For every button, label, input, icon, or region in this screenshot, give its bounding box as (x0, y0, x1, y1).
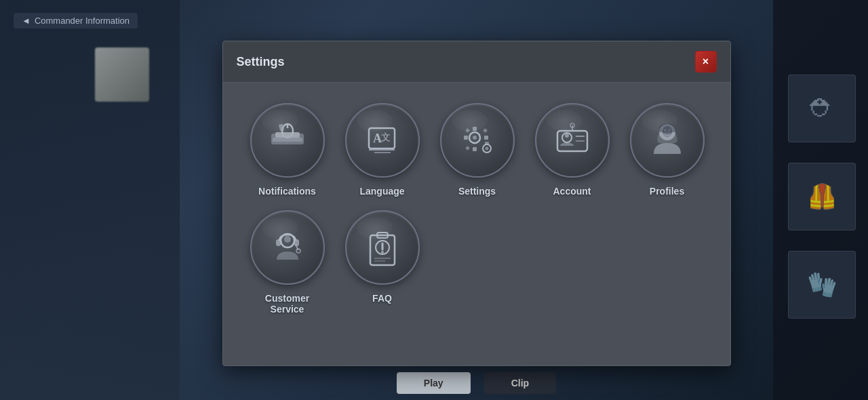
svg-rect-4 (278, 123, 283, 131)
glove-icon: 🧤 (807, 271, 837, 299)
svg-text:文: 文 (381, 132, 391, 142)
language-icon-circle: A 文 (345, 103, 420, 178)
svg-rect-17 (465, 128, 469, 133)
profiles-icon-circle (630, 103, 705, 178)
back-arrow-icon: ◄ (22, 16, 31, 26)
svg-rect-16 (484, 136, 488, 140)
close-button[interactable]: × (695, 51, 717, 73)
top-title: Commander Information (35, 16, 130, 26)
language-icon: A 文 (361, 119, 404, 162)
settings-label: Settings (458, 186, 496, 197)
top-bar: ◄ Commander Information (0, 0, 868, 41)
settings-icon (456, 119, 499, 162)
svg-rect-13 (473, 127, 477, 131)
svg-point-21 (485, 147, 488, 151)
svg-point-25 (565, 134, 569, 138)
customer-service-label: CustomerService (265, 293, 309, 315)
faq-item[interactable]: FAQ (345, 210, 420, 304)
bottom-bar: Play Clip (180, 366, 773, 400)
modal-title: Settings (237, 55, 285, 69)
settings-row-1: Notifications A 文 (250, 103, 703, 197)
customer-service-item[interactable]: CustomerService (250, 210, 325, 315)
left-panel (0, 0, 180, 400)
settings-item[interactable]: Settings (440, 103, 515, 197)
svg-point-35 (284, 236, 291, 243)
right-item-1: ⛑ (788, 75, 856, 142)
modal-body: Notifications A 文 (223, 83, 730, 335)
svg-point-44 (381, 251, 384, 254)
settings-row-2: CustomerService (250, 210, 703, 315)
svg-rect-5 (271, 134, 304, 144)
notifications-icon (266, 119, 309, 162)
language-item[interactable]: A 文 Language (345, 103, 420, 197)
right-panel: ⛑ 🦺 🧤 (773, 0, 868, 400)
svg-point-12 (473, 136, 477, 140)
helmet-icon: ⛑ (810, 94, 834, 123)
svg-rect-18 (482, 128, 487, 133)
avatar (95, 47, 149, 102)
faq-label: FAQ (372, 293, 392, 304)
notifications-item[interactable]: Notifications (250, 103, 325, 197)
settings-grid: Notifications A 文 (250, 103, 703, 315)
right-item-2: 🦺 (788, 163, 856, 231)
svg-rect-19 (465, 146, 469, 151)
svg-rect-37 (294, 239, 299, 246)
svg-rect-22 (485, 142, 489, 144)
back-button[interactable]: ◄ Commander Information (14, 13, 138, 28)
svg-rect-15 (464, 136, 468, 140)
clip-button[interactable]: Clip (484, 372, 556, 394)
profiles-icon (646, 119, 689, 162)
profiles-label: Profiles (650, 186, 684, 197)
svg-rect-14 (473, 147, 477, 151)
svg-rect-36 (276, 239, 281, 246)
account-label: Account (553, 186, 591, 197)
settings-modal: Settings × (222, 41, 731, 366)
notifications-icon-circle (250, 103, 325, 178)
modal-overlay: Settings × (180, 41, 773, 366)
profiles-item[interactable]: Profiles (630, 103, 705, 197)
right-item-3: 🧤 (788, 251, 856, 319)
modal-header: Settings × (223, 41, 730, 83)
faq-icon (361, 226, 404, 269)
customer-service-icon-circle (250, 210, 325, 285)
account-icon-circle (535, 103, 610, 178)
notifications-label: Notifications (258, 186, 316, 197)
faq-icon-circle (345, 210, 420, 285)
settings-icon-circle (440, 103, 515, 178)
language-label: Language (359, 186, 404, 197)
customer-service-icon (266, 226, 309, 269)
account-item[interactable]: Account (535, 103, 610, 197)
play-button[interactable]: Play (397, 372, 471, 394)
armor-icon: 🦺 (807, 182, 837, 211)
account-icon (551, 119, 594, 162)
